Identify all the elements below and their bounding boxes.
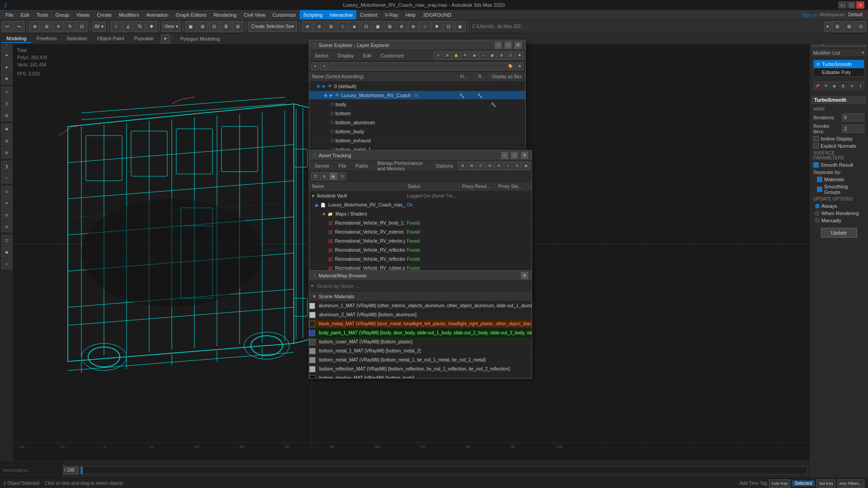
tb-btn-8[interactable]: ⊡ [209, 21, 220, 32]
reference-dropdown[interactable]: All ▾ [92, 22, 106, 32]
ls-btn-2[interactable]: ▲ [1, 61, 12, 72]
set-key-btn[interactable]: Set Key [816, 479, 835, 488]
close-button[interactable]: ✕ [856, 1, 864, 9]
se-lock-btn[interactable]: 🔒 [452, 52, 460, 60]
at-icon4[interactable]: ⊕ [486, 162, 494, 170]
mb-collapse-icon[interactable]: ▼ [312, 294, 317, 299]
se-row1-toggle[interactable]: ▶ [330, 93, 333, 98]
ts-materials-checkbox[interactable] [817, 177, 822, 182]
scale-btn[interactable]: ⊡ [76, 21, 87, 32]
snap-btn[interactable]: ⊹ [111, 21, 122, 32]
se-btn3[interactable]: ⊹ [479, 52, 487, 60]
menu-modifiers[interactable]: Modifiers [115, 10, 143, 19]
auto-key-btn[interactable]: Auto Key [769, 479, 790, 488]
ts-explicit-checkbox[interactable] [813, 143, 819, 149]
ts-iterations-spinner[interactable]: 0 [842, 113, 864, 122]
modifier-editablepoly[interactable]: Editable Poly [814, 68, 864, 76]
ls-btn-16[interactable]: ⊡ [1, 235, 12, 246]
tab-modeling[interactable]: Modeling [2, 35, 31, 43]
ri-config-btn[interactable]: ⚙ [848, 81, 856, 90]
se-menu-customize[interactable]: Customize [377, 52, 408, 59]
ls-btn-12[interactable]: ⊙ [1, 186, 12, 197]
redo-btn[interactable]: ↪ [14, 21, 24, 32]
at-icon5[interactable]: ⊗ [495, 162, 503, 170]
workspace-path-dropdown[interactable]: ▾ [824, 22, 831, 32]
at-maximize-btn[interactable]: □ [511, 152, 518, 159]
percent-snap-btn[interactable]: % [134, 21, 145, 32]
tb-btn-10[interactable]: ⊞ [232, 21, 243, 32]
menu-file[interactable]: File [2, 10, 17, 19]
at-menu-server[interactable]: Server [311, 162, 333, 169]
se-row-0[interactable]: ◉ ▶ 👁 0 (default) [309, 82, 525, 91]
at-row-6[interactable]: 🖼 Recreational_Vehicle_RV_reflection_1.p… [309, 246, 532, 255]
tb-btn-6[interactable]: ▣ [185, 21, 196, 32]
menu-customize[interactable]: Customize [269, 10, 300, 19]
ls-btn-4[interactable]: ↗ [1, 87, 12, 98]
modifier-turbosmooth[interactable]: TurboSmooth [814, 60, 864, 68]
se-layer-icon[interactable]: ⊞ [515, 62, 524, 70]
tb-btn-9[interactable]: ≣ [221, 21, 231, 32]
menu-vray[interactable]: V-Ray [381, 10, 402, 19]
ls-btn-5[interactable]: ☰ [1, 99, 12, 109]
tb-r5[interactable]: ◈ [349, 21, 360, 32]
ls-btn-10[interactable]: ❯ [1, 161, 12, 172]
ls-btn-17[interactable]: ◉ [1, 247, 12, 258]
menu-interactive[interactable]: Interactive [326, 10, 357, 19]
mb-search-input[interactable] [315, 282, 530, 290]
menu-content[interactable]: Content [356, 10, 381, 19]
tb-r14[interactable]: ◉ [455, 21, 466, 32]
ls-btn-7[interactable]: ✱ [1, 124, 12, 135]
se-body[interactable]: ◉ ▶ 👁 0 (default) ◉ ▶ 👁 Luxury_Motorhome… [309, 82, 525, 154]
se-row0-toggle[interactable]: ▶ [322, 84, 326, 89]
at-close-btn[interactable]: ✕ [521, 152, 528, 159]
ri-active-btn[interactable]: ◉ [830, 81, 838, 90]
at-row-4[interactable]: 🖼 Recreational_Vehicle_RV_exterior.png F… [309, 228, 532, 237]
maximize-button[interactable]: □ [847, 1, 855, 9]
menu-animation[interactable]: Animation [143, 10, 172, 19]
mb-row-8[interactable]: bottom_shadow_MAT (VRayMtl) [bottom_body… [309, 374, 532, 378]
spinner-snap-btn[interactable]: ✱ [146, 21, 157, 32]
se-row-5[interactable]: □ bottom_body [309, 127, 525, 136]
se-row-1[interactable]: ◉ ▶ 👁 Luxury_Motorhome_RV_Coach ⊞ 🔧 🔧 [309, 91, 525, 100]
at-menu-options[interactable]: Options [432, 162, 457, 169]
ls-btn-6[interactable]: ⊞ [1, 110, 12, 121]
tb-r9[interactable]: ⊕ [396, 21, 407, 32]
angle-snap-btn[interactable]: ∡ [123, 21, 133, 32]
tb-end3[interactable]: ⊡ [855, 21, 866, 32]
se-menu-edit[interactable]: Edit [359, 52, 375, 59]
tb-btn-7[interactable]: ⊠ [197, 21, 208, 32]
tb-r10[interactable]: ⊗ [408, 21, 419, 32]
se-filter-input[interactable] [329, 62, 505, 70]
menu-civilview[interactable]: Civil View [240, 10, 269, 19]
menu-help[interactable]: Help [402, 10, 420, 19]
tab-objectpaint[interactable]: Object Paint [93, 35, 129, 43]
tab-freeform[interactable]: Freeform [32, 35, 61, 43]
se-row-4[interactable]: □ bottom_aluminum [309, 118, 525, 127]
at-icon1[interactable]: ⊞ [458, 162, 467, 170]
mb-row-6[interactable]: bottom_metal_MAT (VRayMtl) [bottom_metal… [309, 356, 532, 365]
create-selection-btn[interactable]: Create Selection Se ▾ [248, 22, 297, 32]
ls-btn-18[interactable]: ⊹ [1, 258, 12, 269]
tb-r7[interactable]: ▣ [373, 21, 383, 32]
mb-row-2[interactable]: black_metal_MAT (VRayMtl) [door_metal, h… [309, 319, 532, 328]
minimize-button[interactable]: ─ [838, 1, 846, 9]
ts-update-btn[interactable]: Update [821, 228, 857, 238]
ts-isoline-checkbox[interactable] [813, 136, 819, 141]
ri-delete-btn[interactable]: 🗑 [840, 81, 847, 90]
tb-r11[interactable]: ⊹ [420, 21, 430, 32]
at-view-thumb[interactable]: ▣ [329, 172, 337, 180]
menu-group[interactable]: Group [52, 10, 73, 19]
move-btn[interactable]: ✛ [53, 21, 64, 32]
ls-btn-15[interactable]: ⊛ [1, 221, 12, 232]
se-btn2[interactable]: ◉ [470, 52, 478, 60]
se-menu-select[interactable]: Select [311, 52, 332, 59]
se-filter-clear[interactable]: ✕ [320, 62, 328, 70]
menu-tools[interactable]: Tools [33, 10, 52, 19]
ls-btn-8[interactable]: ⊕ [1, 136, 12, 146]
se-sort-btn[interactable]: ⊞ [443, 52, 451, 60]
at-row-0[interactable]: ▼ Autodesk Vault Logged Out (Asset Tra..… [309, 192, 532, 201]
tb-r1[interactable]: ⊕ [302, 21, 313, 32]
mb-body[interactable]: aluminum_1_MAT (VRayMtl) [other_interior… [309, 301, 532, 378]
menu-rendering[interactable]: Rendering [210, 10, 241, 19]
mb-row-0[interactable]: aluminum_1_MAT (VRayMtl) [other_interior… [309, 301, 532, 310]
